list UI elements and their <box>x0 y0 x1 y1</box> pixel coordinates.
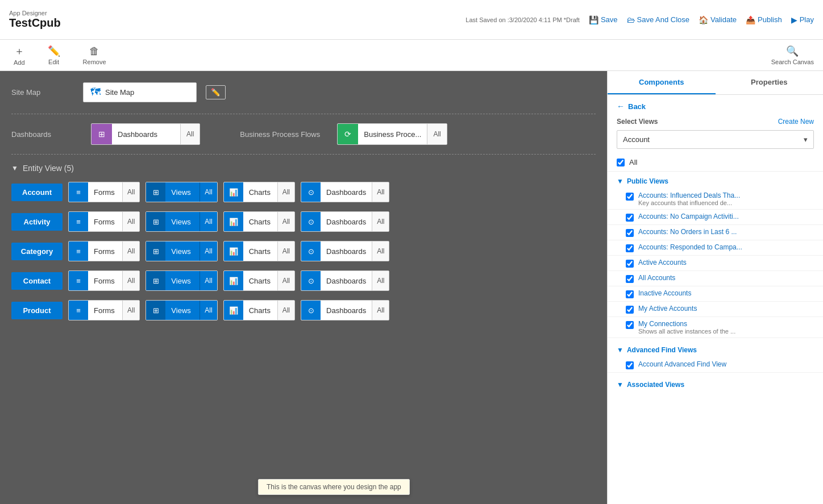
save-button[interactable]: 💾 Save <box>589 15 618 24</box>
edit-icon: ✏️ <box>48 45 60 57</box>
select-views-label: Select Views <box>617 118 658 126</box>
charts-all-btn[interactable]: All <box>277 301 294 320</box>
entity-btn-account[interactable]: Account <box>11 184 63 201</box>
view-item-title: All Accounts <box>638 274 675 282</box>
dashboards-section-3: ⊙ Dashboards All <box>301 270 389 291</box>
tab-properties[interactable]: Properties <box>716 71 824 94</box>
select-views-header: Select Views Create New <box>617 118 814 126</box>
public-views-group: ▼ Public Views Accounts: Influenced Deal… <box>608 172 823 340</box>
back-button[interactable]: ← Back <box>608 95 823 113</box>
dashboards-all-btn[interactable]: All <box>372 212 389 231</box>
bpf-all-btn[interactable]: All <box>427 124 446 144</box>
view-item[interactable]: Accounts: Influenced Deals Tha... Key ac… <box>608 189 823 210</box>
view-item[interactable]: My Connections Shows all active instance… <box>608 317 823 338</box>
panel-content: ← Back Select Views Create New Account ▾… <box>608 95 823 504</box>
views-section-0: ⊞ Views All <box>146 182 217 202</box>
entity-btn-product[interactable]: Product <box>11 302 63 319</box>
back-label: Back <box>628 102 646 111</box>
public-views-header[interactable]: ▼ Public Views <box>608 174 823 189</box>
entity-rows: Account ≡ Forms All ⊞ Views All 📊 Charts… <box>11 182 596 320</box>
remove-icon: 🗑 <box>89 45 99 57</box>
advanced-view-item[interactable]: Account Advanced Find View <box>608 357 823 373</box>
entity-view-label: Entity View (5) <box>23 164 74 173</box>
dashboards-chip[interactable]: ⊞ Dashboards All <box>91 123 200 145</box>
view-item-text: My Active Accounts <box>638 305 697 313</box>
view-item-title: Accounts: No Campaign Activiti... <box>638 213 739 220</box>
publish-label: Publish <box>758 15 782 24</box>
separator-1 <box>11 114 596 114</box>
site-map-box[interactable]: 🗺 Site Map <box>83 82 197 102</box>
views-all-btn[interactable]: All <box>199 241 217 261</box>
back-arrow-icon: ← <box>617 102 625 111</box>
view-item-text: Accounts: Influenced Deals Tha... Key ac… <box>638 191 740 206</box>
view-checkbox-7[interactable] <box>626 306 634 314</box>
tab-components[interactable]: Components <box>608 71 716 94</box>
forms-all-btn[interactable]: All <box>122 182 139 202</box>
dashboards-section-1: ⊙ Dashboards All <box>301 211 389 232</box>
canvas-tooltip: This is the canvas where you design the … <box>258 479 410 495</box>
views-icon: ⊞ <box>146 241 165 261</box>
associated-views-header[interactable]: ▼ Associated Views <box>608 377 823 392</box>
view-item-text: Inactive Accounts <box>638 289 691 297</box>
view-checkbox-1[interactable] <box>626 214 634 222</box>
view-checkbox-4[interactable] <box>626 260 634 268</box>
entity-btn-category[interactable]: Category <box>11 243 63 260</box>
views-all-btn[interactable]: All <box>199 271 217 290</box>
site-map-edit-button[interactable]: ✏️ <box>206 85 226 99</box>
view-item[interactable]: Inactive Accounts <box>608 286 823 302</box>
advanced-find-header[interactable]: ▼ Advanced Find Views <box>608 343 823 357</box>
view-item[interactable]: Accounts: No Orders in Last 6 ... <box>608 225 823 240</box>
adv-view-item-text: Account Advanced Find View <box>638 360 726 368</box>
all-checkbox[interactable] <box>617 159 625 166</box>
charts-all-btn[interactable]: All <box>277 212 294 231</box>
entity-btn-contact[interactable]: Contact <box>11 272 63 290</box>
entity-btn-activity[interactable]: Activity <box>11 213 63 231</box>
views-all-btn[interactable]: All <box>199 301 217 320</box>
forms-all-btn[interactable]: All <box>122 301 139 320</box>
view-checkbox-0[interactable] <box>626 193 634 201</box>
views-icon: ⊞ <box>146 212 165 231</box>
bpf-chip[interactable]: ⟳ Business Proce... All <box>337 123 447 145</box>
charts-all-btn[interactable]: All <box>277 182 294 202</box>
dashboards-all-btn[interactable]: All <box>372 182 389 202</box>
view-item[interactable]: All Accounts <box>608 271 823 286</box>
save-close-button[interactable]: 🗁 Save And Close <box>627 15 690 24</box>
forms-section-2: ≡ Forms All <box>68 241 140 261</box>
publish-button[interactable]: 📤 Publish <box>746 15 782 24</box>
account-dropdown[interactable]: Account ▾ <box>617 130 814 149</box>
view-item[interactable]: Active Accounts <box>608 256 823 271</box>
forms-all-btn[interactable]: All <box>122 241 139 261</box>
view-item[interactable]: My Active Accounts <box>608 302 823 317</box>
create-new-link[interactable]: Create New <box>778 118 814 126</box>
view-item[interactable]: Accounts: Responded to Campa... <box>608 240 823 256</box>
edit-button[interactable]: ✏️ Edit <box>43 43 65 68</box>
view-item[interactable]: Accounts: No Campaign Activiti... <box>608 210 823 225</box>
play-label: Play <box>800 15 814 24</box>
dashboards-label: Dashboards <box>321 277 372 285</box>
validate-button[interactable]: 🏠 Validate <box>699 15 737 24</box>
forms-all-btn[interactable]: All <box>122 212 139 231</box>
entity-row: Category ≡ Forms All ⊞ Views All 📊 Chart… <box>11 241 596 261</box>
dashboards-all-btn[interactable]: All <box>372 241 389 261</box>
add-button[interactable]: ＋ Add <box>9 42 30 68</box>
save-close-label: Save And Close <box>637 15 690 24</box>
view-checkbox-5[interactable] <box>626 275 634 283</box>
search-canvas-button[interactable]: 🔍 Search Canvas <box>771 45 814 65</box>
view-checkbox-6[interactable] <box>626 290 634 298</box>
view-checkbox-3[interactable] <box>626 244 634 252</box>
view-checkbox-8[interactable] <box>626 321 634 329</box>
remove-button[interactable]: 🗑 Remove <box>78 43 111 68</box>
dashboards-all-btn[interactable]: All <box>180 124 199 144</box>
view-checkbox-2[interactable] <box>626 229 634 237</box>
views-all-btn[interactable]: All <box>199 212 217 231</box>
header-actions: Last Saved on :3/20/2020 4:11 PM *Draft … <box>465 15 814 24</box>
views-all-btn[interactable]: All <box>199 182 217 202</box>
charts-all-btn[interactable]: All <box>277 271 294 290</box>
forms-all-btn[interactable]: All <box>122 271 139 290</box>
dashboards-all-btn[interactable]: All <box>372 301 389 320</box>
dashboards-all-btn[interactable]: All <box>372 271 389 290</box>
charts-all-btn[interactable]: All <box>277 241 294 261</box>
play-button[interactable]: ▶ Play <box>791 15 814 24</box>
entity-view-header: ▼ Entity View (5) <box>11 164 596 173</box>
adv-view-checkbox-0[interactable] <box>626 361 634 369</box>
